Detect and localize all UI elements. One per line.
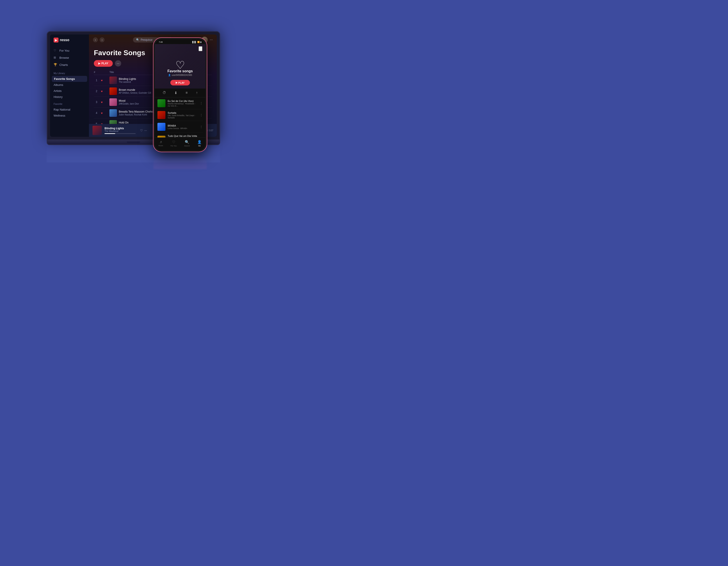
song-thumbnail [157, 136, 165, 138]
sidebar: ▶ resso ♡ For You ⊞ Browse [50, 34, 89, 137]
list-item[interactable]: Tudo Que Vai um Dia Volta (Ao... Gusttav… [157, 133, 203, 137]
sidebar-item-history[interactable]: History [50, 94, 89, 100]
song-thumbnail [109, 109, 117, 117]
forward-button[interactable]: › [100, 37, 105, 42]
phone-nav-search[interactable]: 🔍 Search [184, 140, 190, 147]
phone-play-button[interactable]: ▶ PLAY [170, 80, 190, 85]
sidebar-item-browse[interactable]: ⊞ Browse [50, 54, 89, 61]
user-icon: 👤 [168, 74, 171, 76]
heart-icon[interactable]: ♥ [101, 122, 108, 124]
col-num: # [94, 71, 99, 73]
play-icon: ▶ [176, 81, 177, 84]
library-item-favorite: Favorite Songs [54, 77, 75, 80]
logo: ▶ resso [50, 34, 89, 46]
player-info: Blinding Lights The Weekend [105, 127, 136, 134]
library-section-label: My Library [50, 69, 89, 76]
song-info: Tudo Que Vai um Dia Volta (Ao... Gusttav… [168, 135, 197, 137]
phone-status-bar: 7:49 ▌▌▌ 🛜 ▮ [155, 39, 205, 44]
phone-more-button[interactable]: ··· [199, 46, 202, 51]
progress-bar[interactable] [105, 133, 136, 134]
logo-icon: ▶ [54, 38, 58, 42]
heart-icon[interactable]: ♥ [101, 79, 108, 82]
signal-icon: ▌▌▌ [192, 41, 197, 43]
heart-nav-icon: ♡ [172, 140, 175, 144]
play-button[interactable]: ▶ PLAY [94, 60, 113, 67]
nav-label-browse: Browse [59, 56, 69, 59]
phone-song-list: Eu Sei de Cor (Ao Vivo) Marília Mendonça… [155, 97, 205, 137]
phone-time: 7:49 [159, 41, 163, 43]
topbar-nav: ‹ › [93, 37, 105, 42]
favorite-section-label: Favorite [50, 100, 89, 107]
phone-hero: ♡ ··· Favorite songs 👤 user9455860241565… [155, 44, 205, 88]
sidebar-playlist-wellness[interactable]: Wellness [50, 113, 89, 119]
battery-icon: ▮ [200, 41, 201, 43]
more-icon[interactable]: ⋮ [200, 113, 203, 117]
logo-text: resso [60, 38, 69, 42]
timer-icon[interactable]: ⏱ [163, 91, 166, 95]
phone-actions: ⏱ ⬇ ≡ ↑ [155, 88, 205, 97]
library-item-history: History [54, 95, 62, 99]
list-item[interactable]: Eu Sei de Cor (Ao Vivo) Marília Mendonça… [157, 97, 203, 109]
nav-label-for-you: For You [59, 49, 69, 52]
back-button[interactable]: ‹ [93, 37, 98, 42]
phone-bottom-nav: ♬ Music ♡ For You 🔍 Search 👤 Me [155, 137, 205, 150]
phone-nav-music[interactable]: ♬ Music [159, 140, 163, 147]
player-title: Blinding Lights [105, 127, 136, 130]
song-thumbnail [109, 120, 117, 124]
phone-playlist-name: Favorite songs [155, 69, 205, 73]
sidebar-item-for-you[interactable]: ♡ For You [50, 47, 89, 54]
favorite-button[interactable]: ♡ [140, 129, 143, 132]
sidebar-item-albums[interactable]: Albums [50, 82, 89, 88]
library-item-albums: Albums [54, 83, 63, 86]
list-item[interactable]: Surtada Olk, Dadá Boladão, Tati Zaqui · … [157, 109, 203, 121]
play-icon: ▶ [98, 62, 100, 65]
more-song-button[interactable]: ··· [144, 129, 147, 132]
song-thumbnail [157, 123, 165, 131]
song-thumbnail [157, 99, 165, 107]
list-item[interactable]: BRABA Luísa Sonza · BRABA ⋮ [157, 121, 203, 133]
song-info: Surtada Olk, Dadá Boladão, Tati Zaqui · … [168, 111, 197, 119]
player-artist: The Weekend [105, 130, 136, 132]
progress-fill [105, 133, 115, 134]
sidebar-playlist-rap[interactable]: Rap National [50, 107, 89, 113]
song-thumbnail [109, 98, 117, 106]
share-icon[interactable]: ↑ [196, 91, 198, 95]
song-info: Eu Sei de Cor (Ao Vivo) Marília Mendonça… [168, 100, 197, 107]
sidebar-item-artists[interactable]: Artists [50, 88, 89, 94]
phone: 7:49 ▌▌▌ 🛜 ▮ ♡ ··· Favorite songs [153, 38, 207, 152]
song-thumbnail [157, 111, 165, 119]
phone-user: 👤 user9455860241565 [155, 74, 205, 76]
phone-nav-for-you[interactable]: ♡ For You [171, 140, 177, 147]
phone-status-icons: ▌▌▌ 🛜 ▮ [192, 41, 201, 43]
more-options-button[interactable]: ··· [210, 38, 213, 42]
sidebar-item-favorite-songs[interactable]: Favorite Songs [52, 76, 87, 82]
grid-icon: ⊞ [54, 56, 57, 59]
filter-icon[interactable]: ≡ [186, 91, 188, 95]
more-icon[interactable]: ⋮ [200, 101, 203, 105]
song-thumbnail [109, 87, 117, 95]
library-item-artists: Artists [54, 89, 62, 92]
song-info: BRABA Luísa Sonza · BRABA [168, 124, 197, 129]
more-button[interactable]: ··· [115, 60, 121, 66]
more-icon[interactable]: ⋮ [200, 125, 203, 129]
sidebar-nav: ♡ For You ⊞ Browse 🏆 Charts [50, 46, 89, 69]
phone-reflection [153, 156, 207, 169]
phone-nav-me[interactable]: 👤 Me [197, 140, 202, 147]
wifi-icon: 🛜 [197, 41, 200, 43]
player-thumbnail [93, 126, 102, 135]
heart-icon[interactable]: ♥ [101, 90, 108, 93]
search-placeholder: Pesquisar [141, 38, 153, 41]
trophy-icon: 🏆 [54, 63, 57, 66]
search-nav-icon: 🔍 [185, 140, 189, 144]
sidebar-item-charts[interactable]: 🏆 Charts [50, 61, 89, 68]
profile-nav-icon: 👤 [197, 140, 202, 144]
download-icon[interactable]: ⬇ [174, 91, 177, 95]
heart-icon: ♡ [54, 49, 57, 52]
nav-label-charts: Charts [59, 63, 68, 66]
heart-icon[interactable]: ♥ [101, 101, 108, 104]
search-icon: 🔍 [136, 38, 139, 41]
heart-icon[interactable]: ♥ [101, 111, 108, 115]
phone-hero-info: Favorite songs 👤 user9455860241565 ▶ PLA… [155, 69, 205, 85]
music-icon: ♬ [159, 140, 162, 144]
song-thumbnail [109, 76, 117, 84]
